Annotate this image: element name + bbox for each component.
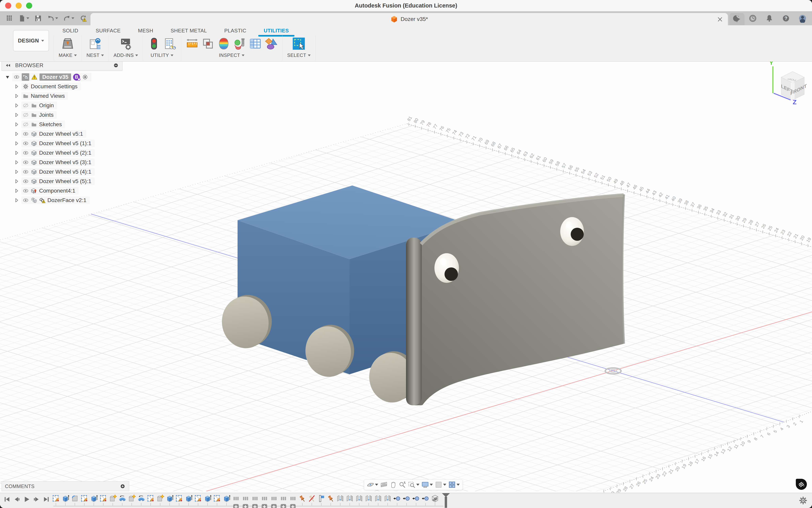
group-label-inspect[interactable]: INSPECT [219,52,244,58]
browser-item-dozer-wheel-v5-1-1[interactable]: Dozer Wheel v5 (1):1 [2,139,123,148]
curvature-tool-button[interactable] [217,37,230,50]
disclosure-collapsed-icon[interactable] [13,150,20,156]
browser-item-dozer-wheel-v5-4-1[interactable]: Dozer Wheel v5 (4):1 [2,167,123,177]
timeline-group-feature[interactable] [241,494,250,508]
browser-item-component4-1[interactable]: Component4:1 [2,186,123,196]
disclosure-collapsed-icon[interactable] [13,112,20,118]
notifications-button[interactable] [763,14,775,23]
tab-surface[interactable]: SURFACE [87,26,129,35]
visibility-off-icon[interactable] [22,112,29,118]
select-tool-button[interactable] [292,37,305,50]
expand-group-button[interactable] [280,503,286,508]
tab-plastic[interactable]: PLASTIC [216,26,255,35]
timeline-sketch-feature[interactable] [80,494,88,506]
tab-mesh[interactable]: MESH [129,26,162,35]
timeline-form-feature[interactable] [108,494,117,506]
visibility-on-icon[interactable] [22,159,29,166]
googly-eye[interactable] [435,253,459,283]
user-avatar-button[interactable] [797,14,808,23]
browser-item-origin[interactable]: Origin [2,101,123,110]
expand-group-button[interactable] [252,503,258,508]
expand-group-button[interactable] [233,503,239,508]
timeline-group-feature[interactable] [260,494,269,508]
timeline-pin-feature[interactable] [298,494,307,506]
group-label-add-ins[interactable]: ADD-INS [114,52,138,58]
browser-item-dozer-wheel-v5-3-1[interactable]: Dozer Wheel v5 (3):1 [2,158,123,167]
zoom-button[interactable] [399,481,406,488]
columns-tool-button[interactable] [249,37,262,50]
interfere-tool-button[interactable] [201,37,214,50]
timeline-form-feature[interactable] [128,494,136,506]
timeline-joint-feature[interactable] [365,494,373,506]
timeline-sketch-feature[interactable] [99,494,107,506]
timeline-group-feature[interactable] [232,494,240,508]
browser-item-named-views[interactable]: Named Views [2,91,123,101]
timeline-group-feature[interactable] [270,494,278,508]
timeline-pinoff-feature[interactable] [308,494,316,506]
expand-group-button[interactable] [262,503,267,508]
ground-component-icon[interactable] [82,74,88,80]
timeline-group-feature[interactable] [251,494,259,508]
viewports-button[interactable] [448,481,460,488]
timeline-group-feature[interactable] [289,494,297,508]
timeline-cubelink-feature[interactable] [431,494,439,506]
timeline-link-feature[interactable] [402,494,411,506]
save-button[interactable] [33,15,43,22]
step-back-button[interactable] [13,496,20,503]
timeline-extrude-feature[interactable] [90,494,98,506]
disclosure-collapsed-icon[interactable] [13,178,20,184]
make-tool-button[interactable] [61,37,74,50]
tab-solid[interactable]: SOLID [54,26,87,35]
dispshapes-tool-button[interactable] [265,37,277,50]
job-status-button[interactable] [747,14,759,23]
timeline-revolve-feature[interactable] [137,494,145,506]
expand-group-button[interactable] [290,503,296,508]
disclosure-collapsed-icon[interactable] [13,131,20,137]
timeline-extrude-feature[interactable] [61,494,70,506]
browser-item-sketches[interactable]: Sketches [2,120,123,129]
timeline-playhead[interactable] [442,493,450,508]
measure-tool-button[interactable] [186,37,198,50]
visibility-on-icon[interactable] [22,140,29,146]
help-button[interactable] [780,14,792,23]
browser-item-joints[interactable]: Joints [2,110,123,120]
tab-sheet-metal[interactable]: SHEET METAL [162,26,216,35]
view-cube[interactable]: Y Z LEFT FRONT TOP [769,59,807,106]
disclosure-collapsed-icon[interactable] [13,159,20,166]
minimize-panel-icon[interactable] [113,62,119,69]
visibility-on-icon[interactable] [22,131,29,137]
go-to-start-button[interactable] [3,496,11,503]
timeline-flag-feature[interactable] [317,494,325,506]
pan-button[interactable] [390,481,397,488]
visibility-on-icon[interactable] [22,169,29,175]
display-settings-button[interactable] [421,481,433,488]
timeline-sketch-feature[interactable] [213,494,221,506]
googly-eye[interactable] [560,217,584,246]
visibility-on-icon[interactable] [13,74,20,80]
go-to-end-button[interactable] [43,496,50,503]
expand-group-button[interactable] [242,503,249,508]
timeline-link-feature[interactable] [393,494,401,506]
disclosure-collapsed-icon[interactable] [13,187,20,194]
share-button[interactable] [78,15,88,22]
file-menu-button[interactable] [16,15,31,22]
datatable-tool-button[interactable] [164,37,176,50]
document-tab[interactable]: Dozer v35* [90,13,728,25]
browser-item-dozer-v35[interactable]: Dozer v35B [2,72,123,82]
orbit-button[interactable] [367,481,378,488]
timeline-sketch-feature[interactable] [52,494,60,506]
timeline-link-feature[interactable] [421,494,430,506]
timeline-sketch-feature[interactable] [146,494,155,506]
visibility-on-icon[interactable] [22,197,29,204]
timeline-joint-feature[interactable] [346,494,354,506]
disclosure-collapsed-icon[interactable] [13,140,20,146]
timeline-joint-feature[interactable] [374,494,382,506]
addins-tool-button[interactable] [120,37,132,50]
browser-item-dozerface-v2-1[interactable]: DozerFace v2:1 [2,196,123,205]
timeline-joint-feature[interactable] [355,494,363,506]
timeline-joint-feature[interactable] [384,494,392,506]
timeline-revolve-feature[interactable] [118,494,126,506]
disclosure-collapsed-icon[interactable] [13,197,20,204]
timeline-joint-feature[interactable] [336,494,345,506]
close-document-icon[interactable] [716,16,724,23]
